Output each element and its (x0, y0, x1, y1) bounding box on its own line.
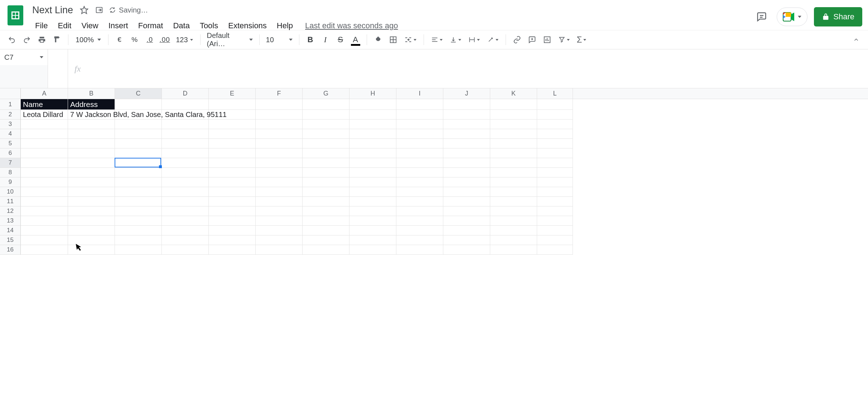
cell-J8[interactable] (443, 168, 490, 177)
cell-J7[interactable] (443, 158, 490, 168)
cell-G12[interactable] (303, 206, 349, 216)
cell-A3[interactable] (21, 119, 68, 129)
col-header-D[interactable]: D (162, 88, 209, 99)
menu-tools[interactable]: Tools (195, 20, 223, 32)
cell-B8[interactable] (68, 168, 115, 177)
cell-H16[interactable] (349, 245, 396, 255)
row-header-14[interactable]: 14 (0, 226, 21, 235)
cell-J5[interactable] (443, 139, 490, 148)
cell-K3[interactable] (490, 119, 537, 129)
cell-H14[interactable] (349, 226, 396, 235)
cell-B12[interactable] (68, 206, 115, 216)
cell-E13[interactable] (209, 216, 256, 226)
row-header-4[interactable]: 4 (0, 129, 21, 139)
cell-A4[interactable] (21, 129, 68, 139)
comments-button[interactable] (753, 8, 770, 25)
doc-title[interactable]: Next Line (30, 5, 75, 16)
cell-L15[interactable] (537, 235, 573, 245)
cell-I6[interactable] (396, 148, 443, 158)
cell-I4[interactable] (396, 129, 443, 139)
row-header-8[interactable]: 8 (0, 168, 21, 177)
cell-I1[interactable] (396, 99, 443, 110)
currency-button[interactable]: € (113, 33, 126, 47)
cell-I14[interactable] (396, 226, 443, 235)
cell-D1[interactable] (162, 99, 209, 110)
cell-D13[interactable] (162, 216, 209, 226)
col-header-C[interactable]: C (115, 88, 162, 99)
cell-L11[interactable] (537, 197, 573, 206)
cell-L2[interactable] (537, 110, 573, 119)
cell-B3[interactable] (68, 119, 115, 129)
row-header-1[interactable]: 1 (0, 99, 21, 110)
cell-F9[interactable] (256, 177, 303, 187)
cell-G13[interactable] (303, 216, 349, 226)
formula-bar[interactable]: fx (68, 49, 868, 88)
cell-J1[interactable] (443, 99, 490, 110)
cell-J14[interactable] (443, 226, 490, 235)
cell-C7[interactable] (115, 158, 162, 168)
menu-format[interactable]: Format (133, 20, 168, 32)
select-all-corner[interactable] (0, 88, 21, 99)
cell-E16[interactable] (209, 245, 256, 255)
cell-K5[interactable] (490, 139, 537, 148)
cell-D5[interactable] (162, 139, 209, 148)
cell-C11[interactable] (115, 197, 162, 206)
cell-K2[interactable] (490, 110, 537, 119)
cell-F2[interactable] (256, 110, 303, 119)
insert-comment-button[interactable] (525, 33, 539, 47)
cell-H13[interactable] (349, 216, 396, 226)
cell-J2[interactable] (443, 110, 490, 119)
cell-J9[interactable] (443, 177, 490, 187)
cell-G2[interactable] (303, 110, 349, 119)
cell-D7[interactable] (162, 158, 209, 168)
cell-L5[interactable] (537, 139, 573, 148)
cell-E14[interactable] (209, 226, 256, 235)
cell-E3[interactable] (209, 119, 256, 129)
cell-I15[interactable] (396, 235, 443, 245)
cell-F1[interactable] (256, 99, 303, 110)
row-header-11[interactable]: 11 (0, 197, 21, 206)
cell-C12[interactable] (115, 206, 162, 216)
cell-K12[interactable] (490, 206, 537, 216)
expand-toolbar-button[interactable] (849, 33, 863, 47)
cell-L7[interactable] (537, 158, 573, 168)
functions-button[interactable]: Σ (574, 35, 589, 45)
cell-J12[interactable] (443, 206, 490, 216)
cell-L8[interactable] (537, 168, 573, 177)
cell-E7[interactable] (209, 158, 256, 168)
cell-H10[interactable] (349, 187, 396, 197)
cell-E11[interactable] (209, 197, 256, 206)
filter-button[interactable] (555, 36, 573, 43)
cell-L13[interactable] (537, 216, 573, 226)
wrap-button[interactable] (466, 36, 483, 43)
cell-H12[interactable] (349, 206, 396, 216)
cell-H9[interactable] (349, 177, 396, 187)
col-header-I[interactable]: I (396, 88, 443, 99)
link-button[interactable] (510, 33, 524, 47)
cell-H15[interactable] (349, 235, 396, 245)
move-icon[interactable] (93, 4, 105, 16)
cell-K11[interactable] (490, 197, 537, 206)
cell-F14[interactable] (256, 226, 303, 235)
cell-A16[interactable] (21, 245, 68, 255)
cell-C9[interactable] (115, 177, 162, 187)
cell-I13[interactable] (396, 216, 443, 226)
cell-J10[interactable] (443, 187, 490, 197)
cell-G15[interactable] (303, 235, 349, 245)
cell-F13[interactable] (256, 216, 303, 226)
cell-H8[interactable] (349, 168, 396, 177)
cell-E8[interactable] (209, 168, 256, 177)
zoom-select[interactable]: 100% (73, 36, 104, 44)
cell-J6[interactable] (443, 148, 490, 158)
cell-C6[interactable] (115, 148, 162, 158)
cell-E5[interactable] (209, 139, 256, 148)
font-select[interactable]: Default (Ari… (205, 31, 255, 48)
text-color-button[interactable]: A (349, 33, 362, 47)
cell-F6[interactable] (256, 148, 303, 158)
cell-K6[interactable] (490, 148, 537, 158)
cell-J11[interactable] (443, 197, 490, 206)
menu-view[interactable]: View (76, 20, 103, 32)
cell-C10[interactable] (115, 187, 162, 197)
halign-button[interactable] (428, 36, 445, 43)
cell-J3[interactable] (443, 119, 490, 129)
